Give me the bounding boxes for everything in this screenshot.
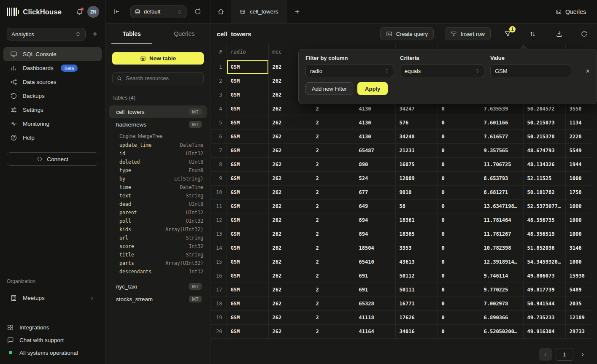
cell[interactable]: 262 xyxy=(268,199,312,213)
cell[interactable]: 2 xyxy=(312,255,355,269)
cell[interactable]: 1000 xyxy=(565,213,591,227)
filter-criteria-select[interactable]: equals xyxy=(400,65,484,77)
cell[interactable]: 48.674793 xyxy=(523,143,565,157)
cell[interactable]: 262 xyxy=(268,269,312,283)
cell[interactable]: 9.357565 xyxy=(480,143,523,157)
cell[interactable]: 0 xyxy=(438,129,480,143)
cell[interactable]: 262 xyxy=(268,241,312,255)
cell[interactable]: 41164 xyxy=(355,324,395,338)
cell[interactable]: 262 xyxy=(268,283,312,297)
cell[interactable]: 50112 xyxy=(395,269,438,283)
cell[interactable]: 3353 xyxy=(395,241,438,255)
cell[interactable]: 6.52050200… xyxy=(480,324,523,338)
cell[interactable]: 50.215378 xyxy=(523,129,565,143)
notifications-bell-icon[interactable] xyxy=(76,8,83,16)
sidebar-item-dashboards[interactable]: Dashboards Beta xyxy=(3,61,102,75)
next-page-button[interactable]: › xyxy=(577,348,588,361)
cell[interactable]: 0 xyxy=(438,157,480,171)
cell[interactable]: 262 xyxy=(268,143,312,157)
cell[interactable]: 0 xyxy=(438,255,480,269)
cell[interactable]: 7.616577 xyxy=(480,129,523,143)
cell[interactable]: 1134 xyxy=(565,116,591,129)
new-tab-button[interactable]: + xyxy=(287,0,308,23)
cell[interactable]: 0 xyxy=(438,171,480,185)
cell[interactable]: 4130 xyxy=(355,129,395,143)
download-icon[interactable] xyxy=(555,30,564,38)
cell[interactable]: 18361 xyxy=(395,213,438,227)
cell[interactable]: 18365 xyxy=(395,227,438,241)
cell[interactable]: 1000 xyxy=(565,227,591,241)
cell[interactable]: 262 xyxy=(268,185,312,199)
cell[interactable]: 2 xyxy=(312,241,355,255)
cell[interactable]: 50.215073 xyxy=(523,116,565,129)
cell[interactable]: 0 xyxy=(438,227,480,241)
sidebar-item-help[interactable]: Help xyxy=(3,131,102,145)
cell[interactable]: 0 xyxy=(438,283,480,297)
cell[interactable]: GSM xyxy=(227,116,268,129)
cell[interactable]: 41118 xyxy=(355,310,395,324)
new-table-button[interactable]: New table xyxy=(112,52,204,65)
cell[interactable]: 894 xyxy=(355,213,395,227)
cell[interactable]: 16771 xyxy=(395,297,438,310)
cell[interactable]: 5489 xyxy=(565,283,591,297)
cell[interactable]: 691 xyxy=(355,269,395,283)
cell[interactable]: GSM xyxy=(227,227,268,241)
cell[interactable]: 50.101782 xyxy=(523,185,565,199)
cell[interactable]: 3146 xyxy=(565,241,591,255)
cell[interactable]: 11.781464 xyxy=(480,213,523,227)
cell[interactable]: 2 xyxy=(312,283,355,297)
cell[interactable]: GSM xyxy=(227,310,268,324)
sidebar-item-data-sources[interactable]: Data sources xyxy=(3,75,102,89)
cell[interactable]: 691 xyxy=(355,283,395,297)
previous-page-button[interactable]: ‹ xyxy=(539,348,552,361)
cell[interactable]: 12.3918914… xyxy=(480,255,523,269)
collapse-sidebar-icon[interactable] xyxy=(112,7,121,16)
cell[interactable]: 0 xyxy=(438,185,480,199)
cell[interactable]: GSM xyxy=(227,157,268,171)
cell[interactable]: 65487 xyxy=(355,143,395,157)
cell[interactable]: GSM xyxy=(227,324,268,338)
cell[interactable]: 9.746114 xyxy=(480,269,523,283)
system-status[interactable]: All systems operational xyxy=(0,346,105,359)
cell[interactable]: 2 xyxy=(312,324,355,338)
cell[interactable]: GSM xyxy=(227,60,268,74)
cell[interactable]: 2 xyxy=(312,157,355,171)
cell[interactable]: 1000 xyxy=(565,171,591,185)
sidebar-item-sql-console[interactable]: SQL Console xyxy=(3,47,102,61)
sidebar-item-integrations[interactable]: Integrations xyxy=(0,321,105,334)
sidebar-item-meetups[interactable]: Meetups xyxy=(3,291,102,305)
cell[interactable]: 262 xyxy=(268,310,312,324)
cell[interactable]: 48.356735 xyxy=(523,213,565,227)
cell[interactable]: GSM xyxy=(227,185,268,199)
sidebar-item-settings[interactable]: Settings xyxy=(3,103,102,117)
search-resources[interactable] xyxy=(112,72,204,84)
cell[interactable]: 21231 xyxy=(395,143,438,157)
cell[interactable]: 649 xyxy=(355,199,395,213)
cell[interactable]: 4130 xyxy=(355,116,395,129)
cell[interactable]: 49.817739 xyxy=(523,283,565,297)
filter-icon[interactable]: 1 xyxy=(503,30,512,38)
cell[interactable]: 2 xyxy=(312,227,355,241)
table-item-hackernews[interactable]: hackernews MT xyxy=(109,118,207,131)
filter-column-select[interactable]: radio xyxy=(305,65,394,77)
table-item-cell-towers[interactable]: cell_towers MT xyxy=(109,105,207,118)
cell[interactable]: GSM xyxy=(227,88,268,102)
cell[interactable]: 51.852036 xyxy=(523,241,565,255)
cell[interactable]: 2228 xyxy=(565,129,591,143)
cell[interactable]: 2 xyxy=(312,310,355,324)
cell[interactable]: 1944 xyxy=(565,157,591,171)
cell[interactable]: 58 xyxy=(395,199,438,213)
cell[interactable]: 677 xyxy=(355,185,395,199)
cell[interactable]: 48.356519 xyxy=(523,227,565,241)
database-selector[interactable]: default xyxy=(130,5,186,18)
cell[interactable]: GSM xyxy=(227,297,268,310)
cell[interactable]: 11.706725 xyxy=(480,157,523,171)
cell[interactable]: 262 xyxy=(268,255,312,269)
filter-value-input[interactable] xyxy=(495,68,567,74)
cell[interactable]: 34016 xyxy=(395,324,438,338)
cell[interactable]: 2 xyxy=(312,185,355,199)
cell[interactable]: 890 xyxy=(355,157,395,171)
cell[interactable]: 50.941544 xyxy=(523,297,565,310)
cell[interactable]: 15938 xyxy=(565,269,591,283)
cell[interactable]: 13.6347198… xyxy=(480,199,523,213)
